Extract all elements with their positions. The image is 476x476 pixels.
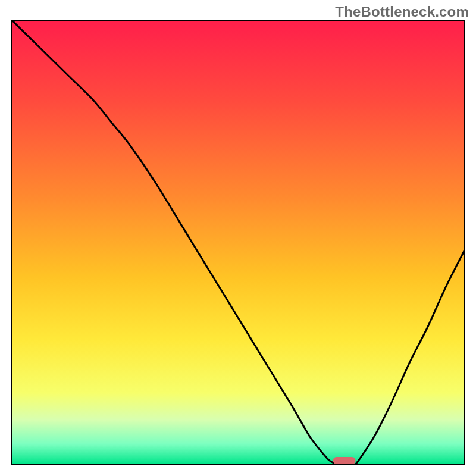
watermark-label: TheBottleneck.com: [335, 4, 469, 20]
bottleneck-chart: [0, 0, 476, 476]
optimal-range-marker: [333, 457, 356, 464]
chart-container: TheBottleneck.com: [0, 0, 476, 476]
